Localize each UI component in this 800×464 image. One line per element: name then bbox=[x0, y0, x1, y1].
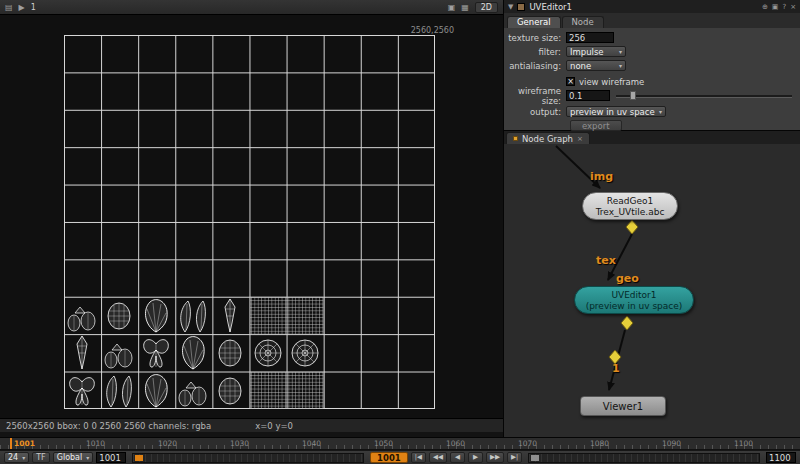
chevron-down-icon: ▾ bbox=[659, 108, 662, 115]
step-forward-button[interactable]: ▶ bbox=[468, 452, 483, 463]
ruler-label: 1010 bbox=[86, 439, 105, 448]
filter-dropdown[interactable]: Impulse ▾ bbox=[566, 46, 626, 57]
output-row: output: preview in uv space ▾ bbox=[504, 105, 800, 118]
chevron-down-icon: ▾ bbox=[619, 62, 622, 69]
view-wireframe-label: view wireframe bbox=[579, 77, 644, 87]
node-graph-tabbar: Node Graph × bbox=[504, 131, 800, 144]
tab-node-graph[interactable]: Node Graph × bbox=[506, 132, 590, 144]
ruler-label: 1100 bbox=[734, 439, 753, 448]
wireframe-size-input[interactable] bbox=[566, 90, 610, 101]
playhead[interactable] bbox=[10, 438, 12, 449]
view-wireframe-checkbox[interactable]: × bbox=[566, 77, 575, 86]
uv-viewer-panel: ▤ ▶ 1 ▣ ▦ 2D 2560,2560 bbox=[0, 0, 503, 437]
properties-title: UVEditor1 bbox=[529, 2, 572, 12]
texture-size-row: texture size: bbox=[504, 31, 800, 44]
resolution-bbox-text: 2560x2560 bbox: 0 0 2560 2560 channels: … bbox=[6, 421, 211, 431]
playhead-frame-label: 1001 bbox=[14, 439, 35, 448]
timeline-ruler[interactable]: 1001 1010 1020 1030 1040 1050 1060 1070 … bbox=[0, 438, 800, 450]
output-label: output: bbox=[504, 107, 566, 117]
format-corner-label: 2560,2560 bbox=[396, 26, 454, 35]
grid-icon[interactable]: ▦ bbox=[461, 3, 469, 12]
ruler-label: 1070 bbox=[518, 439, 537, 448]
export-button[interactable]: export bbox=[570, 120, 622, 131]
output-value: preview in uv space bbox=[570, 107, 655, 117]
float-window-icon[interactable]: ▣ bbox=[448, 3, 456, 12]
antialiasing-row: antialiasing: none ▾ bbox=[504, 59, 800, 72]
texture-size-label: texture size: bbox=[504, 33, 566, 43]
fps-dropdown[interactable]: 24 ▾ bbox=[4, 452, 29, 463]
node-title: ReadGeo1 bbox=[583, 196, 677, 207]
viewer-input-label: 1 bbox=[31, 3, 36, 12]
ruler-label: 1030 bbox=[230, 439, 249, 448]
help-icon[interactable]: ? bbox=[782, 3, 786, 11]
slider-handle[interactable] bbox=[630, 91, 636, 100]
uv-tile-grid bbox=[64, 35, 435, 409]
node-graph-canvas[interactable]: img tex geo 1 ReadGeo1 Trex_UVtile.abc U… bbox=[504, 144, 800, 437]
frame-slider[interactable] bbox=[132, 453, 364, 463]
range-start-input[interactable] bbox=[96, 452, 126, 463]
chevron-down-icon: ▾ bbox=[86, 454, 89, 461]
chevron-down-icon: ▾ bbox=[22, 454, 25, 461]
filter-row: filter: Impulse ▾ bbox=[504, 45, 800, 58]
node-title: Viewer1 bbox=[603, 401, 643, 412]
view-mode-dropdown[interactable]: 2D bbox=[475, 2, 498, 13]
range-end-input[interactable] bbox=[766, 452, 796, 463]
frame-last-button[interactable]: ▶| bbox=[507, 452, 522, 463]
play-forward-button[interactable]: ▶▶ bbox=[486, 452, 504, 463]
range-mode-dropdown[interactable]: Global ▾ bbox=[53, 452, 94, 463]
range-mode-value: Global bbox=[57, 453, 83, 462]
timeline: 1001 1010 1020 1030 1040 1050 1060 1070 … bbox=[0, 438, 800, 464]
node-subtitle: (preview in uv space) bbox=[575, 301, 693, 312]
tab-node[interactable]: Node bbox=[562, 16, 604, 28]
filter-value: Impulse bbox=[570, 47, 604, 57]
properties-body: texture size: filter: Impulse ▾ antialia… bbox=[504, 28, 800, 132]
wireframe-size-slider[interactable] bbox=[616, 91, 792, 100]
node-graph-tab-label: Node Graph bbox=[522, 134, 573, 144]
node-subtitle: Trex_UVtile.abc bbox=[583, 207, 677, 218]
step-backward-button[interactable]: ◀ bbox=[450, 452, 465, 463]
nuke-application-window: ▤ ▶ 1 ▣ ▦ 2D 2560,2560 bbox=[0, 0, 800, 464]
frame-slider-handle[interactable] bbox=[135, 455, 143, 461]
uv-viewer-canvas[interactable]: 2560,2560 bbox=[0, 15, 503, 418]
ruler-label: 1040 bbox=[302, 439, 321, 448]
ruler-label: 1090 bbox=[662, 439, 681, 448]
node-graph-tab-icon bbox=[513, 136, 518, 141]
close-icon[interactable]: × bbox=[577, 135, 583, 143]
antialiasing-label: antialiasing: bbox=[504, 61, 566, 71]
properties-panel: ▼ UVEditor1 ⊕ ▣ ? × General Node texture… bbox=[504, 0, 800, 130]
check-icon: × bbox=[567, 77, 574, 86]
node-title: UVEditor1 bbox=[575, 290, 693, 301]
wireframe-size-row: wireframe size: bbox=[504, 89, 800, 102]
current-frame-box[interactable]: 1001 bbox=[370, 452, 408, 463]
properties-tabs: General Node bbox=[504, 13, 800, 28]
play-icon[interactable]: ▶ bbox=[19, 3, 25, 12]
float-panel-icon[interactable]: ▣ bbox=[772, 3, 779, 11]
tab-general[interactable]: General bbox=[507, 16, 561, 28]
close-icon[interactable]: × bbox=[790, 3, 796, 11]
node-readgeo1[interactable]: ReadGeo1 Trex_UVtile.abc bbox=[582, 192, 678, 220]
viewer-toolbar: ▤ ▶ 1 ▣ ▦ 2D bbox=[0, 0, 503, 15]
play-backward-button[interactable]: ◀◀ bbox=[429, 452, 447, 463]
frame-first-button[interactable]: |◀ bbox=[411, 452, 426, 463]
secondary-slider-handle[interactable] bbox=[531, 455, 539, 461]
filter-label: filter: bbox=[504, 47, 566, 57]
antialiasing-value: none bbox=[570, 61, 591, 71]
wireframe-size-label: wireframe size: bbox=[504, 86, 566, 106]
node-uveditor1[interactable]: UVEditor1 (preview in uv space) bbox=[574, 286, 694, 314]
ruler-label: 1060 bbox=[446, 439, 465, 448]
antialiasing-dropdown[interactable]: none ▾ bbox=[566, 60, 626, 71]
node-viewer1[interactable]: Viewer1 bbox=[580, 396, 666, 416]
chevron-down-icon[interactable]: ▼ bbox=[508, 3, 513, 11]
ruler-label: 1080 bbox=[590, 439, 609, 448]
node-color-chip[interactable] bbox=[517, 3, 525, 11]
secondary-slider[interactable] bbox=[528, 453, 760, 463]
cursor-coords-text: x=0 y=0 bbox=[255, 421, 293, 431]
output-dropdown[interactable]: preview in uv space ▾ bbox=[566, 106, 666, 117]
tf-toggle-button[interactable]: TF bbox=[32, 452, 50, 463]
viewer-status-bar: 2560x2560 bbox: 0 0 2560 2560 channels: … bbox=[0, 418, 503, 432]
center-node-icon[interactable]: ⊕ bbox=[762, 3, 768, 11]
layers-icon[interactable]: ▤ bbox=[5, 3, 13, 12]
node-graph-panel: Node Graph × img tex geo 1 bbox=[504, 131, 800, 437]
ruler-label: 1020 bbox=[158, 439, 177, 448]
texture-size-input[interactable] bbox=[566, 32, 614, 43]
